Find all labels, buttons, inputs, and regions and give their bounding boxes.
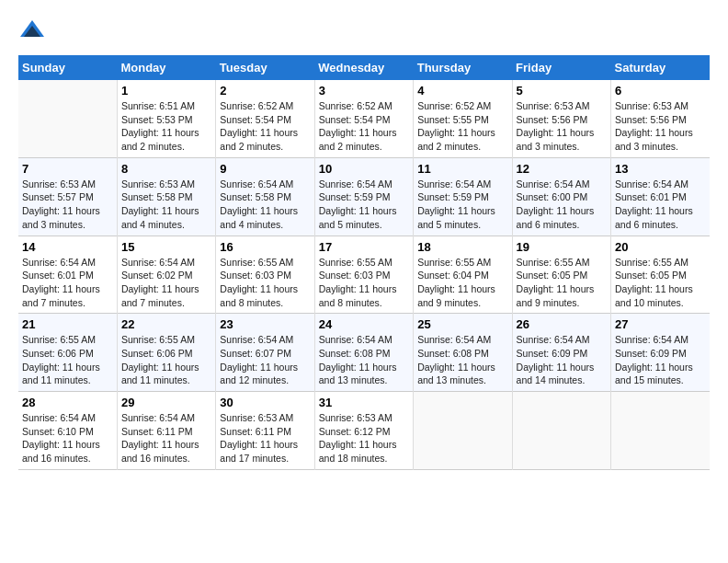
page-header xyxy=(18,18,710,46)
weekday-header-thursday: Thursday xyxy=(414,55,512,80)
day-info: Sunrise: 6:54 AMSunset: 6:02 PMDaylight:… xyxy=(121,256,211,310)
day-info: Sunrise: 6:54 AMSunset: 6:09 PMDaylight:… xyxy=(517,333,607,387)
day-number: 23 xyxy=(220,317,310,331)
day-info: Sunrise: 6:54 AMSunset: 5:59 PMDaylight:… xyxy=(319,178,409,232)
day-info: Sunrise: 6:53 AMSunset: 5:57 PMDaylight:… xyxy=(22,178,113,232)
day-info: Sunrise: 6:54 AMSunset: 6:08 PMDaylight:… xyxy=(319,333,409,387)
weekday-header-monday: Monday xyxy=(117,55,215,80)
day-info: Sunrise: 6:55 AMSunset: 6:03 PMDaylight:… xyxy=(319,256,409,310)
logo-icon xyxy=(18,18,46,46)
day-info: Sunrise: 6:54 AMSunset: 6:00 PMDaylight:… xyxy=(517,178,607,232)
day-number: 28 xyxy=(22,396,113,409)
day-info: Sunrise: 6:54 AMSunset: 5:59 PMDaylight:… xyxy=(417,178,507,232)
day-number: 5 xyxy=(517,84,607,98)
calendar-cell: 22Sunrise: 6:55 AMSunset: 6:06 PMDayligh… xyxy=(117,314,215,392)
day-number: 10 xyxy=(319,162,409,176)
day-info: Sunrise: 6:54 AMSunset: 6:09 PMDaylight:… xyxy=(615,333,706,387)
weekday-header-sunday: Sunday xyxy=(18,55,117,80)
day-number: 24 xyxy=(319,317,409,331)
day-number: 1 xyxy=(121,84,211,98)
day-info: Sunrise: 6:53 AMSunset: 6:11 PMDaylight:… xyxy=(220,411,310,465)
weekday-header-tuesday: Tuesday xyxy=(216,55,314,80)
calendar-cell: 18Sunrise: 6:55 AMSunset: 6:04 PMDayligh… xyxy=(414,236,512,314)
calendar-cell: 20Sunrise: 6:55 AMSunset: 6:05 PMDayligh… xyxy=(611,236,710,314)
calendar-cell: 21Sunrise: 6:55 AMSunset: 6:06 PMDayligh… xyxy=(18,314,117,392)
calendar-cell: 30Sunrise: 6:53 AMSunset: 6:11 PMDayligh… xyxy=(216,392,314,470)
day-info: Sunrise: 6:55 AMSunset: 6:03 PMDaylight:… xyxy=(220,256,310,310)
calendar-cell: 26Sunrise: 6:54 AMSunset: 6:09 PMDayligh… xyxy=(512,314,610,392)
calendar-cell xyxy=(512,392,610,470)
calendar-cell: 3Sunrise: 6:52 AMSunset: 5:54 PMDaylight… xyxy=(314,80,413,157)
calendar-cell: 11Sunrise: 6:54 AMSunset: 5:59 PMDayligh… xyxy=(414,157,512,236)
day-info: Sunrise: 6:52 AMSunset: 5:54 PMDaylight:… xyxy=(220,99,310,154)
day-number: 31 xyxy=(319,396,409,409)
day-info: Sunrise: 6:53 AMSunset: 5:56 PMDaylight:… xyxy=(615,99,706,154)
day-info: Sunrise: 6:54 AMSunset: 5:58 PMDaylight:… xyxy=(220,178,310,232)
day-number: 18 xyxy=(417,240,507,254)
day-info: Sunrise: 6:54 AMSunset: 6:01 PMDaylight:… xyxy=(22,256,113,310)
calendar-cell: 15Sunrise: 6:54 AMSunset: 6:02 PMDayligh… xyxy=(117,236,215,314)
calendar-table: SundayMondayTuesdayWednesdayThursdayFrid… xyxy=(18,55,710,470)
calendar-cell: 13Sunrise: 6:54 AMSunset: 6:01 PMDayligh… xyxy=(611,157,710,236)
day-number: 6 xyxy=(615,84,706,98)
day-number: 11 xyxy=(417,162,507,176)
calendar-cell: 28Sunrise: 6:54 AMSunset: 6:10 PMDayligh… xyxy=(18,392,117,470)
day-info: Sunrise: 6:54 AMSunset: 6:07 PMDaylight:… xyxy=(220,333,310,387)
calendar-cell xyxy=(611,392,710,470)
calendar-cell: 4Sunrise: 6:52 AMSunset: 5:55 PMDaylight… xyxy=(414,80,512,157)
weekday-header-saturday: Saturday xyxy=(611,55,710,80)
day-number: 26 xyxy=(517,317,607,331)
calendar-cell: 14Sunrise: 6:54 AMSunset: 6:01 PMDayligh… xyxy=(18,236,117,314)
calendar-week-row: 1Sunrise: 6:51 AMSunset: 5:53 PMDaylight… xyxy=(18,80,710,157)
day-number: 9 xyxy=(220,162,310,176)
calendar-cell: 17Sunrise: 6:55 AMSunset: 6:03 PMDayligh… xyxy=(314,236,413,314)
calendar-cell: 2Sunrise: 6:52 AMSunset: 5:54 PMDaylight… xyxy=(216,80,314,157)
day-number: 16 xyxy=(220,240,310,254)
calendar-week-row: 28Sunrise: 6:54 AMSunset: 6:10 PMDayligh… xyxy=(18,392,710,470)
calendar-cell xyxy=(18,80,117,157)
day-info: Sunrise: 6:52 AMSunset: 5:54 PMDaylight:… xyxy=(319,99,409,154)
calendar-cell: 27Sunrise: 6:54 AMSunset: 6:09 PMDayligh… xyxy=(611,314,710,392)
calendar-cell: 29Sunrise: 6:54 AMSunset: 6:11 PMDayligh… xyxy=(117,392,215,470)
day-info: Sunrise: 6:55 AMSunset: 6:04 PMDaylight:… xyxy=(417,256,507,310)
day-info: Sunrise: 6:53 AMSunset: 5:56 PMDaylight:… xyxy=(517,99,607,154)
day-number: 25 xyxy=(417,317,507,331)
day-info: Sunrise: 6:55 AMSunset: 6:06 PMDaylight:… xyxy=(22,333,113,387)
calendar-week-row: 7Sunrise: 6:53 AMSunset: 5:57 PMDaylight… xyxy=(18,157,710,236)
calendar-week-row: 21Sunrise: 6:55 AMSunset: 6:06 PMDayligh… xyxy=(18,314,710,392)
weekday-header-friday: Friday xyxy=(512,55,610,80)
day-number: 12 xyxy=(517,162,607,176)
calendar-cell xyxy=(414,392,512,470)
day-number: 7 xyxy=(22,162,113,176)
day-info: Sunrise: 6:53 AMSunset: 5:58 PMDaylight:… xyxy=(121,178,211,232)
day-info: Sunrise: 6:52 AMSunset: 5:55 PMDaylight:… xyxy=(417,99,507,154)
day-info: Sunrise: 6:53 AMSunset: 6:12 PMDaylight:… xyxy=(319,411,409,465)
day-number: 8 xyxy=(121,162,211,176)
day-info: Sunrise: 6:51 AMSunset: 5:53 PMDaylight:… xyxy=(121,99,211,154)
day-number: 14 xyxy=(22,240,113,254)
day-info: Sunrise: 6:55 AMSunset: 6:06 PMDaylight:… xyxy=(121,333,211,387)
calendar-header-row: SundayMondayTuesdayWednesdayThursdayFrid… xyxy=(18,55,710,80)
weekday-header-wednesday: Wednesday xyxy=(314,55,413,80)
calendar-cell: 10Sunrise: 6:54 AMSunset: 5:59 PMDayligh… xyxy=(314,157,413,236)
logo xyxy=(18,18,48,46)
calendar-cell: 6Sunrise: 6:53 AMSunset: 5:56 PMDaylight… xyxy=(611,80,710,157)
calendar-cell: 23Sunrise: 6:54 AMSunset: 6:07 PMDayligh… xyxy=(216,314,314,392)
calendar-cell: 25Sunrise: 6:54 AMSunset: 6:08 PMDayligh… xyxy=(414,314,512,392)
calendar-cell: 24Sunrise: 6:54 AMSunset: 6:08 PMDayligh… xyxy=(314,314,413,392)
calendar-cell: 31Sunrise: 6:53 AMSunset: 6:12 PMDayligh… xyxy=(314,392,413,470)
day-number: 15 xyxy=(121,240,211,254)
day-info: Sunrise: 6:54 AMSunset: 6:08 PMDaylight:… xyxy=(417,333,507,387)
day-info: Sunrise: 6:55 AMSunset: 6:05 PMDaylight:… xyxy=(517,256,607,310)
day-number: 22 xyxy=(121,317,211,331)
day-number: 30 xyxy=(220,396,310,409)
day-info: Sunrise: 6:55 AMSunset: 6:05 PMDaylight:… xyxy=(615,256,706,310)
day-info: Sunrise: 6:54 AMSunset: 6:01 PMDaylight:… xyxy=(615,178,706,232)
calendar-cell: 19Sunrise: 6:55 AMSunset: 6:05 PMDayligh… xyxy=(512,236,610,314)
calendar-cell: 9Sunrise: 6:54 AMSunset: 5:58 PMDaylight… xyxy=(216,157,314,236)
calendar-week-row: 14Sunrise: 6:54 AMSunset: 6:01 PMDayligh… xyxy=(18,236,710,314)
day-number: 27 xyxy=(615,317,706,331)
day-number: 20 xyxy=(615,240,706,254)
calendar-cell: 1Sunrise: 6:51 AMSunset: 5:53 PMDaylight… xyxy=(117,80,215,157)
day-number: 4 xyxy=(417,84,507,98)
